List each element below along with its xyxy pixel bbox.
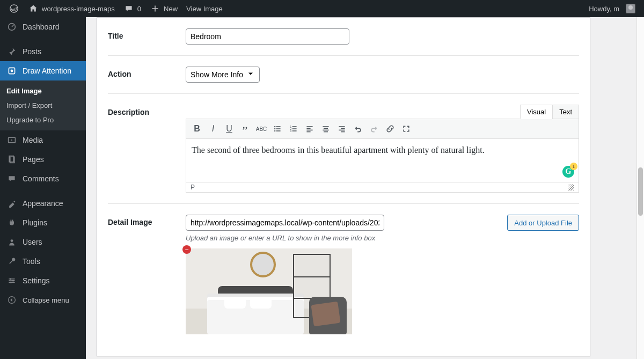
align-left-button[interactable] <box>302 121 317 136</box>
svg-point-14 <box>9 297 16 304</box>
italic-button[interactable]: I <box>206 121 221 136</box>
svg-text:3: 3 <box>290 130 292 133</box>
tools-icon <box>6 256 17 267</box>
submenu-edit-image[interactable]: Edit Image <box>0 84 86 98</box>
sidebar-item-comments[interactable]: Comments <box>0 169 86 188</box>
svg-point-12 <box>12 280 14 281</box>
svg-rect-24 <box>292 128 297 129</box>
pages-icon <box>6 154 17 165</box>
tab-visual[interactable]: Visual <box>520 105 552 119</box>
title-input[interactable] <box>186 28 349 45</box>
detail-image-field-row: Detail Image Add or Upload File Upload a… <box>108 204 579 345</box>
numbered-list-button[interactable]: 123 <box>286 121 301 136</box>
title-field-row: Title <box>108 18 579 56</box>
action-select[interactable]: Show More Info <box>186 67 260 83</box>
sidebar-item-plugins[interactable]: Plugins <box>0 213 86 232</box>
collapse-label: Collapse menu <box>23 296 69 304</box>
tab-text[interactable]: Text <box>552 105 579 119</box>
align-center-button[interactable] <box>318 121 333 136</box>
resize-handle[interactable] <box>568 184 574 191</box>
description-label: Description <box>108 105 186 193</box>
remove-image-button[interactable]: − <box>182 245 191 254</box>
dashboard-icon <box>6 21 17 32</box>
editor-content[interactable]: The second of three bedrooms in this bea… <box>186 139 579 182</box>
sidebar-item-media[interactable]: Media <box>0 130 86 150</box>
avatar <box>626 4 635 13</box>
site-name-text: wordpress-image-maps <box>42 5 115 13</box>
svg-rect-32 <box>324 128 328 129</box>
sidebar-item-label: Posts <box>23 47 41 56</box>
hotspot-settings-box: Title Action Show More Info De <box>97 17 590 356</box>
svg-rect-30 <box>306 131 310 133</box>
detail-image-preview: − <box>186 248 352 334</box>
add-upload-button[interactable]: Add or Upload File <box>507 215 579 231</box>
home-icon <box>28 3 39 14</box>
submenu-upgrade[interactable]: Upgrade to Pro <box>0 113 86 127</box>
svg-rect-35 <box>339 126 345 127</box>
comments-count: 0 <box>137 5 141 13</box>
description-field-row: Description Visual Text B I U <box>108 94 579 204</box>
blockquote-button[interactable] <box>238 121 253 136</box>
sidebar-item-posts[interactable]: Posts <box>0 42 86 61</box>
sidebar-item-label: Users <box>23 238 42 246</box>
link-button[interactable] <box>383 121 398 136</box>
comments-link[interactable]: 0 <box>119 0 145 17</box>
users-icon <box>6 237 17 247</box>
svg-point-19 <box>274 130 275 131</box>
action-label: Action <box>108 67 186 83</box>
chevron-down-icon <box>246 70 255 80</box>
bullet-list-button[interactable] <box>270 121 285 136</box>
collapse-icon <box>6 295 17 305</box>
title-label: Title <box>108 28 186 45</box>
view-image-text: View Image <box>186 5 223 13</box>
grammarly-icon[interactable]: G <box>562 166 574 178</box>
svg-rect-29 <box>306 130 312 131</box>
submenu-import-export[interactable]: Import / Export <box>0 98 86 113</box>
align-right-button[interactable] <box>334 121 349 136</box>
draw-attention-submenu: Edit Image Import / Export Upgrade to Pr… <box>0 80 86 130</box>
my-account-link[interactable]: Howdy, m <box>584 0 640 17</box>
svg-point-7 <box>11 239 13 242</box>
sidebar-item-label: Pages <box>23 155 44 164</box>
new-content-link[interactable]: New <box>145 0 182 17</box>
sidebar-item-appearance[interactable]: Appearance <box>0 194 86 213</box>
svg-rect-18 <box>276 128 281 129</box>
svg-point-3 <box>11 70 13 72</box>
sidebar-item-settings[interactable]: Settings <box>0 271 86 290</box>
collapse-menu[interactable]: Collapse menu <box>0 290 86 310</box>
underline-button[interactable]: U <box>222 121 237 136</box>
svg-point-11 <box>10 278 11 280</box>
sidebar-item-draw-attention[interactable]: Draw Attention <box>0 61 86 80</box>
svg-point-13 <box>10 282 12 283</box>
wordpress-icon <box>9 3 19 14</box>
sidebar-item-label: Tools <box>23 257 40 266</box>
fullscreen-button[interactable] <box>399 121 414 136</box>
pin-icon <box>6 46 17 57</box>
media-icon <box>6 135 17 145</box>
sidebar-item-dashboard[interactable]: Dashboard <box>0 17 86 36</box>
redo-button[interactable] <box>367 121 382 136</box>
bold-button[interactable]: B <box>189 121 204 136</box>
action-field-row: Action Show More Info <box>108 56 579 94</box>
site-name-link[interactable]: wordpress-image-maps <box>24 0 119 17</box>
sidebar-item-label: Appearance <box>23 199 63 208</box>
wp-logo[interactable] <box>4 0 24 17</box>
svg-rect-36 <box>341 128 345 129</box>
undo-button[interactable] <box>350 121 365 136</box>
svg-rect-20 <box>276 130 281 131</box>
appearance-icon <box>6 198 17 209</box>
sidebar-item-label: Dashboard <box>23 23 60 31</box>
sidebar-item-pages[interactable]: Pages <box>0 150 86 169</box>
bedroom-preview-image[interactable] <box>186 248 352 334</box>
vertical-scrollbar[interactable] <box>636 17 644 359</box>
admin-bar: wordpress-image-maps 0 New View Image Ho… <box>0 0 644 17</box>
detail-image-url-input[interactable] <box>186 215 384 231</box>
svg-rect-27 <box>306 126 312 127</box>
scrollbar-thumb[interactable] <box>638 167 643 216</box>
admin-sidebar: Dashboard Posts Draw Attention Edit Imag… <box>0 17 86 359</box>
sidebar-item-users[interactable]: Users <box>0 232 86 252</box>
strikethrough-button[interactable]: ABC <box>254 121 269 136</box>
svg-rect-22 <box>292 126 297 127</box>
view-image-link[interactable]: View Image <box>182 0 227 17</box>
sidebar-item-tools[interactable]: Tools <box>0 252 86 271</box>
